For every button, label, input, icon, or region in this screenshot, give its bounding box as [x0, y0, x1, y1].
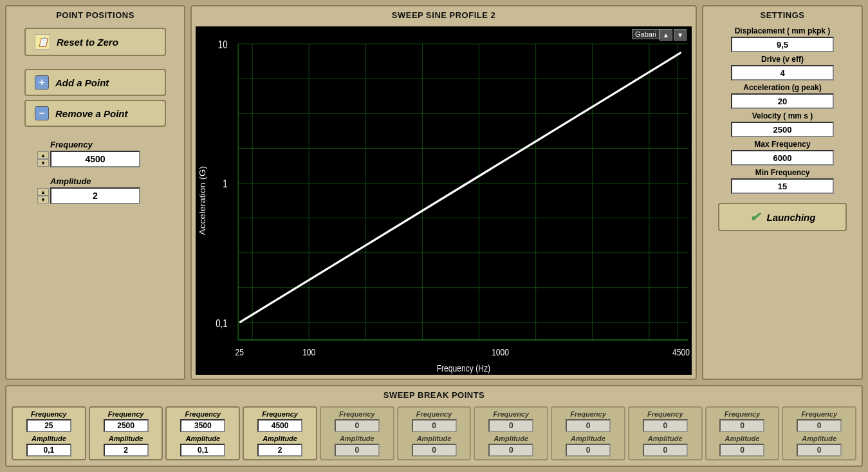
frequency-row: ▲ ▼ [37, 151, 140, 167]
chart-controls: ▲ ▼ [660, 29, 687, 41]
bp-freq-input-4 [335, 419, 380, 432]
bp-freq-input-7 [566, 419, 611, 432]
amplitude-spinner[interactable]: ▲ ▼ [37, 188, 49, 203]
amplitude-down[interactable]: ▼ [37, 196, 49, 203]
svg-text:Frequency (Hz): Frequency (Hz) [437, 363, 490, 373]
bp-amp-label-2: Amplitude [185, 435, 220, 442]
bp-freq-input-0[interactable] [26, 419, 71, 432]
bp-freq-input-1[interactable] [104, 419, 149, 432]
chart-zoom-out[interactable]: ▼ [674, 29, 687, 41]
bp-amp-input-10 [797, 444, 842, 457]
reset-label: Reset to Zero [57, 37, 118, 48]
chart-area: Gabari ▲ ▼ [196, 26, 692, 375]
drive-label: Drive (v eff) [761, 55, 804, 64]
breakpoint-cell-8: Frequency Amplitude [628, 406, 703, 460]
bp-freq-input-8 [643, 419, 688, 432]
bp-freq-label-3: Frequency [262, 410, 298, 418]
left-panel-title: POINT POSITIONS [6, 6, 184, 23]
chart-label-text: Gabari [635, 30, 656, 38]
acceleration-field: Acceleration (g peak) [718, 83, 847, 109]
launching-button[interactable]: ✔ Launching [718, 203, 847, 231]
bp-amp-label-5: Amplitude [417, 435, 452, 442]
breakpoint-cell-7: Frequency Amplitude [551, 406, 625, 460]
bp-freq-input-2[interactable] [180, 419, 225, 432]
chart-svg: 10 1 0,1 25 100 1000 4500 Acceleration (… [196, 26, 692, 375]
remove-icon: − [35, 106, 49, 120]
bp-amp-input-0[interactable] [26, 444, 71, 457]
breakpoint-cell-4: Frequency Amplitude [320, 406, 394, 460]
velocity-label: Velocity ( mm s ) [752, 111, 813, 120]
svg-text:10: 10 [218, 39, 228, 51]
breakpoint-cell-6: Frequency Amplitude [474, 406, 548, 460]
amplitude-input[interactable] [50, 187, 140, 204]
bp-amp-input-1[interactable] [104, 444, 149, 457]
drive-field: Drive (v eff) [718, 55, 847, 80]
frequency-label: Frequency [50, 140, 93, 149]
breakpoints-row: Frequency Amplitude Frequency Amplitude … [6, 406, 862, 460]
max-freq-field: Max Frequency [718, 140, 847, 165]
svg-text:0,1: 0,1 [216, 317, 227, 329]
bp-amp-input-3[interactable] [257, 444, 302, 457]
bp-amp-input-6 [488, 444, 533, 457]
amplitude-up[interactable]: ▲ [37, 188, 49, 196]
displacement-field: Displacement ( mm pkpk ) [718, 26, 847, 52]
velocity-input[interactable] [731, 122, 834, 137]
bp-freq-label-0: Frequency [31, 410, 67, 418]
svg-text:100: 100 [302, 347, 315, 357]
check-icon: ✔ [750, 209, 761, 225]
bp-freq-label-7: Frequency [570, 410, 606, 418]
bp-amp-label-3: Amplitude [263, 435, 297, 442]
amplitude-row: ▲ ▼ [37, 187, 140, 204]
add-point-button[interactable]: + Add a Point [24, 69, 166, 96]
max-freq-input[interactable] [731, 150, 834, 165]
breakpoint-cell-9: Frequency Amplitude [705, 406, 780, 460]
reset-to-zero-button[interactable]: 📋 Reset to Zero [24, 28, 166, 56]
frequency-down[interactable]: ▼ [37, 159, 49, 167]
launching-label: Launching [767, 212, 816, 223]
amplitude-label: Amplitude [50, 176, 91, 186]
bp-amp-label-4: Amplitude [340, 435, 374, 442]
bp-amp-label-8: Amplitude [648, 435, 683, 442]
reset-icon: 📋 [35, 34, 50, 50]
remove-point-button[interactable]: − Remove a Point [24, 100, 166, 127]
bp-freq-label-5: Frequency [416, 410, 452, 418]
min-freq-label: Min Frequency [755, 168, 810, 177]
drive-input[interactable] [731, 65, 834, 80]
bp-amp-label-1: Amplitude [109, 435, 143, 442]
bp-freq-input-10 [797, 419, 842, 432]
bp-freq-label-8: Frequency [647, 410, 683, 418]
frequency-spinner[interactable]: ▲ ▼ [37, 151, 49, 167]
bp-freq-input-3[interactable] [257, 419, 302, 432]
breakpoint-cell-5: Frequency Amplitude [397, 406, 472, 460]
bottom-panel: SWEEP BREAK POINTS Frequency Amplitude F… [5, 385, 863, 467]
svg-text:Acceleration (G): Acceleration (G) [199, 166, 207, 235]
chart-label: Gabari [632, 29, 660, 39]
bp-amp-input-5 [412, 444, 457, 457]
bp-amp-input-8 [643, 444, 688, 457]
bp-freq-label-2: Frequency [185, 410, 221, 418]
svg-text:4500: 4500 [672, 347, 690, 357]
amplitude-group: Amplitude ▲ ▼ [37, 176, 153, 204]
displacement-label: Displacement ( mm pkpk ) [735, 26, 831, 35]
right-panel-title: SETTINGS [703, 6, 862, 23]
bp-amp-input-2[interactable] [180, 444, 225, 457]
frequency-input[interactable] [50, 151, 140, 167]
bp-amp-label-6: Amplitude [494, 435, 528, 442]
chart-zoom-in[interactable]: ▲ [660, 29, 672, 41]
frequency-up[interactable]: ▲ [37, 151, 49, 159]
breakpoint-cell-1: Frequency Amplitude [89, 406, 163, 460]
right-panel: SETTINGS Displacement ( mm pkpk ) Drive … [702, 5, 863, 380]
breakpoint-cell-2: Frequency Amplitude [165, 406, 240, 460]
bp-freq-label-10: Frequency [801, 410, 837, 418]
bp-amp-input-9 [719, 444, 764, 457]
breakpoint-cell-0: Frequency Amplitude [12, 406, 86, 460]
min-freq-field: Min Frequency [718, 168, 847, 194]
displacement-input[interactable] [731, 37, 834, 52]
min-freq-input[interactable] [731, 178, 834, 194]
acceleration-input[interactable] [731, 93, 834, 109]
acceleration-label: Acceleration (g peak) [743, 83, 821, 92]
bp-freq-input-5 [412, 419, 457, 432]
add-label: Add a Point [55, 77, 109, 88]
bp-amp-label-0: Amplitude [32, 435, 66, 442]
bp-freq-label-6: Frequency [493, 410, 529, 418]
